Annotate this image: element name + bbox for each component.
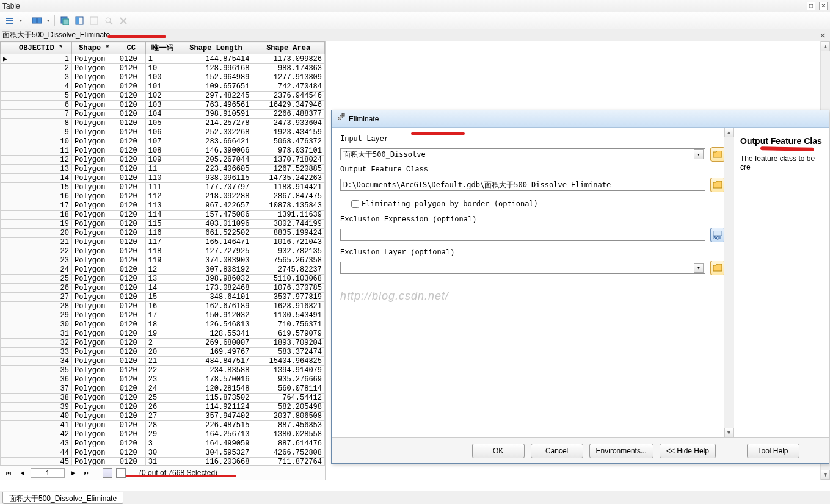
row-selector[interactable]	[1, 211, 10, 220]
bottom-tab[interactable]: 面积大于500_Dissolve_Eliminate	[2, 492, 123, 504]
table-row[interactable]: 9 Polygon 0120 106 252.302268 1923.43415…	[1, 128, 325, 137]
nav-prev-button[interactable]: ◀	[17, 468, 27, 478]
table-row[interactable]: 3 Polygon 0120 100 152.964989 1277.91380…	[1, 73, 325, 82]
row-selector[interactable]	[1, 174, 10, 183]
row-selector[interactable]	[1, 165, 10, 174]
row-selector[interactable]	[1, 92, 10, 101]
row-selector[interactable]	[1, 110, 10, 119]
table-row[interactable]: 5 Polygon 0120 102 297.482245 2376.94454…	[1, 92, 325, 101]
table-row[interactable]: 16 Polygon 0120 112 218.092288 2867.8474…	[1, 192, 325, 201]
output-fc-input[interactable]: D:\Documents\ArcGIS\Default.gdb\面积大于500_…	[340, 179, 705, 191]
table-row[interactable]: 40 Polygon 0120 27 357.947402 2037.80650…	[1, 412, 325, 421]
table-row[interactable]: 37 Polygon 0120 24 120.281548 560.078114	[1, 384, 325, 394]
row-selector[interactable]	[1, 412, 10, 421]
column-header[interactable]: 唯一码	[145, 42, 180, 54]
delete-selected-button[interactable]	[117, 15, 129, 27]
table-row[interactable]: 42 Polygon 0120 29 164.256713 1380.02855…	[1, 430, 325, 439]
row-selector[interactable]	[1, 403, 10, 412]
params-scrollbar[interactable]: ▲ ▼	[724, 128, 734, 437]
nav-position-input[interactable]	[31, 468, 65, 478]
table-row[interactable]: 27 Polygon 0120 15 348.64101 3507.977819	[1, 293, 325, 302]
row-selector[interactable]	[1, 302, 10, 311]
dropdown-icon[interactable]: ▾	[46, 18, 51, 23]
zoom-selected-button[interactable]	[103, 15, 115, 27]
combo-dropdown-icon[interactable]: ▾	[694, 149, 704, 159]
table-row[interactable]: 44 Polygon 0120 30 304.595327 4266.75280…	[1, 448, 325, 458]
row-selector[interactable]	[1, 156, 10, 165]
row-selector[interactable]	[1, 384, 10, 394]
row-selector[interactable]	[1, 238, 10, 247]
table-row[interactable]: 19 Polygon 0120 115 403.011096 3002.7441…	[1, 220, 325, 229]
table-row[interactable]: 4 Polygon 0120 101 109.657651 742.470484	[1, 82, 325, 92]
row-selector[interactable]	[1, 73, 10, 82]
row-selector[interactable]	[1, 137, 10, 146]
window-restore-button[interactable]: □	[807, 2, 815, 10]
row-selector[interactable]	[1, 82, 10, 92]
row-selector[interactable]	[1, 311, 10, 320]
table-row[interactable]: 39 Polygon 0120 26 114.921124 582.205498	[1, 403, 325, 412]
combo-dropdown-icon[interactable]: ▾	[694, 263, 704, 273]
row-selector[interactable]	[1, 247, 10, 256]
environments-button[interactable]: Environments...	[589, 444, 653, 458]
tab-close-button[interactable]: ×	[818, 31, 828, 40]
window-close-button[interactable]: ×	[819, 2, 828, 10]
scroll-down-icon[interactable]: ▼	[724, 428, 734, 437]
column-header[interactable]: Shape *	[71, 42, 117, 54]
eliminate-by-border-checkbox[interactable]	[351, 200, 359, 208]
table-row[interactable]: 12 Polygon 0120 109 205.267044 1370.7180…	[1, 156, 325, 165]
row-selector[interactable]	[1, 275, 10, 284]
cancel-button[interactable]: Cancel	[531, 444, 583, 458]
table-row[interactable]: 30 Polygon 0120 18 126.546813 710.756371	[1, 320, 325, 329]
row-selector[interactable]	[1, 394, 10, 403]
row-selector[interactable]	[1, 284, 10, 293]
table-row[interactable]: 8 Polygon 0120 105 214.257278 2473.93360…	[1, 119, 325, 128]
row-selector[interactable]	[1, 329, 10, 339]
row-selector[interactable]: ▶	[1, 54, 10, 64]
dropdown-icon[interactable]: ▾	[18, 18, 23, 23]
table-row[interactable]: 24 Polygon 0120 12 307.808192 2745.82237	[1, 265, 325, 275]
table-row[interactable]: 18 Polygon 0120 114 157.475086 1391.1163…	[1, 211, 325, 220]
column-header[interactable]: CC	[117, 42, 145, 54]
table-row[interactable]: 14 Polygon 0120 110 938.096115 14735.242…	[1, 174, 325, 183]
row-selector[interactable]	[1, 119, 10, 128]
row-selector[interactable]	[1, 448, 10, 458]
hide-help-button[interactable]: << Hide Help	[660, 444, 716, 458]
scroll-down-icon[interactable]: ▼	[821, 470, 830, 480]
row-selector[interactable]	[1, 320, 10, 329]
table-row[interactable]: 33 Polygon 0120 20 169.49767 583.372474	[1, 348, 325, 357]
row-selector[interactable]	[1, 192, 10, 201]
row-selector[interactable]	[1, 357, 10, 366]
exclusion-expression-input[interactable]	[340, 229, 705, 241]
row-selector-header[interactable]	[1, 42, 10, 54]
row-selector[interactable]	[1, 366, 10, 375]
column-header[interactable]: OBJECTID *	[10, 42, 72, 54]
table-row[interactable]: 15 Polygon 0120 111 177.707797 1188.9144…	[1, 183, 325, 192]
row-selector[interactable]	[1, 430, 10, 439]
switch-selection-button[interactable]	[73, 15, 86, 27]
table-row[interactable]: 25 Polygon 0120 13 398.986032 5110.10306…	[1, 275, 325, 284]
row-selector[interactable]	[1, 146, 10, 156]
table-row[interactable]: 32 Polygon 0120 2 269.680007 1893.709204	[1, 339, 325, 348]
ok-button[interactable]: OK	[472, 444, 525, 458]
table-row[interactable]: 31 Polygon 0120 19 128.55341 619.579079	[1, 329, 325, 339]
row-selector[interactable]	[1, 265, 10, 275]
browse-output-button[interactable]	[710, 178, 725, 192]
row-selector[interactable]	[1, 458, 10, 466]
scroll-up-icon[interactable]: ▲	[821, 41, 830, 51]
row-selector[interactable]	[1, 256, 10, 265]
table-row[interactable]: 26 Polygon 0120 14 173.082468 1076.37078…	[1, 284, 325, 293]
table-row[interactable]: 23 Polygon 0120 119 374.083903 7565.2673…	[1, 256, 325, 265]
table-row[interactable]: 29 Polygon 0120 17 150.912032 1100.54349…	[1, 311, 325, 320]
row-selector[interactable]	[1, 201, 10, 211]
show-selected-records-button[interactable]	[116, 468, 126, 478]
table-row[interactable]: 10 Polygon 0120 107 283.666421 5068.4763…	[1, 137, 325, 146]
browse-input-button[interactable]	[710, 147, 725, 162]
table-row[interactable]: 38 Polygon 0120 25 115.873502 764.54412	[1, 394, 325, 403]
table-row[interactable]: 45 Polygon 0120 31 116.203668 711.872764	[1, 458, 325, 466]
row-selector[interactable]	[1, 348, 10, 357]
row-selector[interactable]	[1, 183, 10, 192]
column-header[interactable]: Shape_Length	[180, 42, 252, 54]
clear-selection-button[interactable]	[88, 15, 100, 27]
sql-builder-button[interactable]: SQL	[710, 228, 725, 242]
row-selector[interactable]	[1, 229, 10, 238]
